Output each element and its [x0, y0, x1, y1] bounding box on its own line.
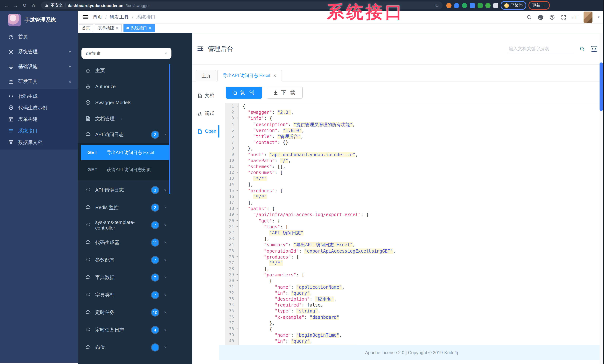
- code-line: "get": {: [239, 218, 604, 224]
- fold-caret-icon[interactable]: ▾: [236, 218, 238, 224]
- language-icon[interactable]: 中: [591, 46, 597, 51]
- sidebar-item-0[interactable]: 首页: [0, 29, 78, 44]
- browser-reload-icon[interactable]: ↻: [20, 3, 29, 8]
- ext-puzzle[interactable]: [493, 3, 498, 8]
- fold-caret-icon[interactable]: ▾: [236, 326, 238, 332]
- security-warning[interactable]: 不安全: [45, 3, 63, 8]
- rail-item-文档[interactable]: 文档: [192, 87, 219, 104]
- k4-group-8[interactable]: 定时任务日志 4 ˅: [78, 321, 171, 339]
- fold-caret-icon[interactable]: ▾: [236, 115, 238, 122]
- fold-caret-icon[interactable]: ▾: [236, 170, 238, 176]
- paused-badge[interactable]: 已暂停: [501, 1, 526, 10]
- search-icon[interactable]: [526, 14, 532, 20]
- github-icon[interactable]: [538, 14, 544, 20]
- sidebar-subitem-3[interactable]: 系统接口: [0, 125, 78, 137]
- doc-search-input[interactable]: [508, 44, 574, 53]
- page-scroll-thumb[interactable]: [600, 63, 603, 111]
- breadcrumb: 首页/研发工具/系统接口: [93, 14, 156, 20]
- breadcrumb-item[interactable]: 首页: [93, 14, 102, 20]
- menu-scrollbar[interactable]: [169, 64, 170, 194]
- rail-item-label: 调试: [205, 110, 214, 117]
- line-number: 41: [225, 344, 239, 345]
- ext-leaf[interactable]: [485, 3, 491, 8]
- hamburger-icon[interactable]: [82, 14, 89, 20]
- code-line: "required": false,: [239, 302, 604, 308]
- update-button[interactable]: 更新 ⋮: [528, 1, 550, 10]
- tag-2[interactable]: 系统接口 ✕: [124, 24, 155, 32]
- line-number: 7: [225, 139, 239, 145]
- sidebar-subitem-label: 系统接口: [18, 127, 38, 134]
- bookmark-star-icon[interactable]: ☆: [435, 3, 439, 8]
- k4-item-3[interactable]: 文档管理 ˅: [78, 111, 171, 126]
- code-line: "operationId": "exportApiAccessLogExcelU…: [239, 248, 604, 254]
- api-group-select[interactable]: default ˅: [81, 48, 171, 59]
- browser-forward-icon[interactable]: →: [11, 3, 20, 8]
- k4-item-1[interactable]: Authorize: [78, 78, 171, 94]
- k4-group-1[interactable]: Redis 监控 2 ˅: [78, 199, 171, 216]
- k4-group-6[interactable]: 字典类型 7 ˅: [78, 286, 171, 303]
- k4-item-0[interactable]: 主页: [78, 63, 171, 78]
- doc-search-icon[interactable]: [579, 46, 585, 51]
- browser-back-icon[interactable]: ←: [2, 3, 11, 8]
- rail-item-Open[interactable]: Open: [192, 122, 219, 140]
- breadcrumb-item[interactable]: 系统接口: [136, 14, 156, 20]
- rail-item-调试[interactable]: 调试: [192, 104, 219, 122]
- k4-group-4[interactable]: 参数配置 7 ˅: [78, 251, 171, 269]
- fold-caret-icon[interactable]: ▾: [236, 212, 238, 218]
- url-host: dashboard.yudao.iocoder.cn: [68, 3, 124, 8]
- expand-icon[interactable]: [561, 14, 567, 20]
- ext-blue-drop[interactable]: [454, 3, 459, 8]
- caret-down-icon[interactable]: ▾: [598, 15, 600, 19]
- fold-caret-icon[interactable]: ▾: [236, 254, 238, 260]
- ext-green-circle[interactable]: [462, 3, 467, 8]
- k4-operation-1[interactable]: GET 获得API 访问日志分页: [81, 162, 170, 177]
- sidebar-item-2[interactable]: 基础设施 ˅: [0, 59, 78, 74]
- code-line: "schemes": [],: [239, 164, 604, 170]
- app-logo[interactable]: 芋道管理系统: [0, 11, 78, 29]
- question-icon[interactable]: [549, 14, 555, 20]
- k4-group-9[interactable]: 岗位 ˅: [78, 339, 171, 356]
- k4-group-2[interactable]: sys-sms-template-controller 7 ˅: [78, 216, 171, 234]
- ext-gh-green[interactable]: [478, 3, 483, 8]
- fold-caret-icon[interactable]: ▾: [236, 188, 238, 194]
- k4-group-5[interactable]: 字典数据 7 ˅: [78, 269, 171, 286]
- doc-tab-label: 导出API 访问日志 Excel: [223, 73, 270, 79]
- doc-tab-0[interactable]: 主页: [196, 70, 216, 81]
- code-editor[interactable]: 1▾23▾456789101112▾131415▾161718▾19▾20▾21…: [225, 103, 604, 345]
- k4-group-3[interactable]: 代码生成器 11 ˅: [78, 234, 171, 251]
- download-button[interactable]: 下 载: [266, 87, 303, 99]
- fold-caret-icon[interactable]: ▾: [236, 278, 238, 284]
- browser-home-icon[interactable]: ⌂: [29, 3, 38, 8]
- close-icon[interactable]: ✕: [273, 74, 276, 78]
- sidebar-item-3[interactable]: 研发工具 ˄: [0, 74, 78, 89]
- sidebar-item-1[interactable]: 系统管理 ˅: [0, 44, 78, 59]
- copy-button[interactable]: 复 制: [226, 87, 262, 99]
- sidebar-subitem-4[interactable]: 数据库文档: [0, 137, 78, 148]
- k4-operation-0[interactable]: GET 导出API 访问日志 Excel: [81, 145, 170, 160]
- code-line: "paths": {: [239, 206, 604, 212]
- menu-fold-icon[interactable]: [197, 45, 203, 52]
- fold-caret-icon[interactable]: ▾: [236, 103, 238, 109]
- close-icon[interactable]: ✕: [116, 26, 119, 30]
- sidebar-subitem-0[interactable]: 代码生成: [0, 90, 78, 102]
- fontsize-icon[interactable]: tT: [572, 14, 579, 20]
- k4-item-2[interactable]: Swagger Models: [78, 94, 171, 111]
- sidebar-subitem-1[interactable]: 代码生成示例: [0, 102, 78, 113]
- avatar[interactable]: [584, 12, 593, 23]
- doc-tab-1[interactable]: 导出API 访问日志 Excel ✕: [217, 70, 282, 81]
- ext-blue-grid[interactable]: [470, 3, 475, 8]
- k4-group-0[interactable]: API 错误日志 3 ˅: [78, 181, 171, 199]
- browser-menu-icon[interactable]: ⋮: [542, 3, 546, 8]
- address-bar[interactable]: 不安全 dashboard.yudao.iocoder.cn /tool/swa…: [41, 1, 443, 9]
- fold-caret-icon[interactable]: ▾: [236, 224, 238, 230]
- k4-group-7[interactable]: 定时任务 10 ˅: [78, 303, 171, 321]
- sidebar-subitem-2[interactable]: 表单构建: [0, 113, 78, 125]
- fold-caret-icon[interactable]: ▾: [236, 206, 238, 212]
- breadcrumb-item[interactable]: 研发工具: [110, 14, 129, 20]
- tag-1[interactable]: 表单构建 ✕: [95, 24, 122, 32]
- ext-orange[interactable]: [446, 3, 452, 8]
- close-icon[interactable]: ✕: [149, 26, 152, 30]
- tag-0[interactable]: 首页: [79, 24, 93, 32]
- fold-caret-icon[interactable]: ▾: [236, 272, 238, 278]
- k4-item-4[interactable]: API 访问日志 2 ˄: [78, 126, 171, 142]
